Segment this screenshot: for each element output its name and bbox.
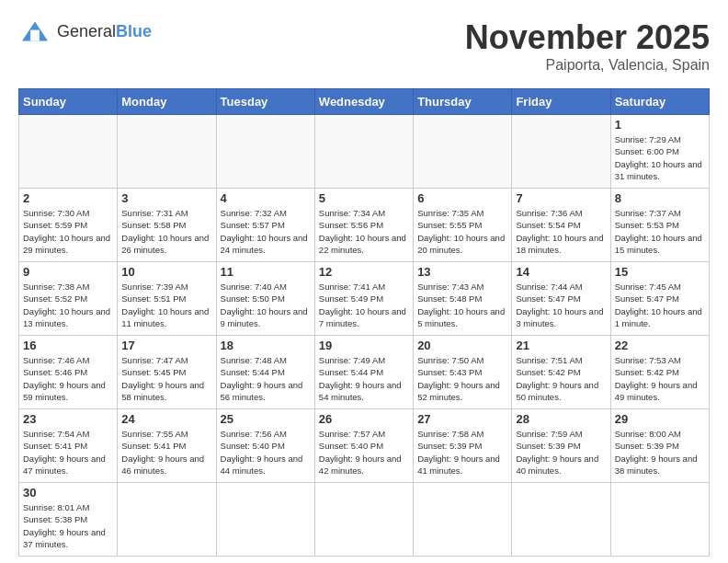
calendar-title: November 2025 [465,18,710,57]
day-info: Sunrise: 7:37 AM Sunset: 5:53 PM Dayligh… [615,207,705,256]
day-info: Sunrise: 7:31 AM Sunset: 5:58 PM Dayligh… [121,207,211,256]
logo: GeneralBlue [18,18,152,44]
header-sunday: Sunday [19,89,118,115]
calendar-cell [19,115,118,189]
calendar-cell: 29Sunrise: 8:00 AM Sunset: 5:39 PM Dayli… [610,409,709,483]
day-number: 22 [615,339,705,352]
day-info: Sunrise: 8:01 AM Sunset: 5:38 PM Dayligh… [23,501,113,550]
day-info: Sunrise: 7:44 AM Sunset: 5:47 PM Dayligh… [516,281,606,329]
day-number: 29 [615,412,705,426]
day-info: Sunrise: 7:59 AM Sunset: 5:39 PM Dayligh… [516,428,606,477]
logo-icon [18,18,51,44]
day-number: 20 [417,339,507,352]
calendar-subtitle: Paiporta, Valencia, Spain [465,57,710,74]
calendar-cell: 19Sunrise: 7:49 AM Sunset: 5:44 PM Dayli… [314,336,413,409]
day-info: Sunrise: 7:45 AM Sunset: 5:47 PM Dayligh… [615,281,705,329]
calendar-cell: 3Sunrise: 7:31 AM Sunset: 5:58 PM Daylig… [118,189,216,262]
day-number: 4 [221,191,311,205]
day-info: Sunrise: 7:29 AM Sunset: 6:00 PM Dayligh… [615,133,705,182]
day-number: 21 [516,339,606,352]
page-header: GeneralBlue November 2025 Paiporta, Vale… [18,18,710,74]
day-info: Sunrise: 7:38 AM Sunset: 5:52 PM Dayligh… [23,281,113,329]
day-number: 13 [417,265,507,279]
calendar-cell: 7Sunrise: 7:36 AM Sunset: 5:54 PM Daylig… [512,189,610,262]
calendar-week-5: 23Sunrise: 7:54 AM Sunset: 5:41 PM Dayli… [19,409,710,483]
day-info: Sunrise: 7:58 AM Sunset: 5:39 PM Dayligh… [417,428,507,477]
day-number: 28 [516,412,606,426]
day-info: Sunrise: 7:32 AM Sunset: 5:57 PM Dayligh… [221,207,311,256]
calendar-cell: 18Sunrise: 7:48 AM Sunset: 5:44 PM Dayli… [216,336,314,409]
calendar-cell [118,115,216,189]
calendar-cell: 2Sunrise: 7:30 AM Sunset: 5:59 PM Daylig… [19,189,118,262]
day-info: Sunrise: 7:51 AM Sunset: 5:42 PM Dayligh… [516,354,606,403]
calendar-table: SundayMondayTuesdayWednesdayThursdayFrid… [18,88,710,557]
calendar-cell: 16Sunrise: 7:46 AM Sunset: 5:46 PM Dayli… [19,336,118,409]
day-info: Sunrise: 7:40 AM Sunset: 5:50 PM Dayligh… [221,281,311,329]
calendar-cell: 11Sunrise: 7:40 AM Sunset: 5:50 PM Dayli… [216,262,314,336]
calendar-cell: 25Sunrise: 7:56 AM Sunset: 5:40 PM Dayli… [216,409,314,483]
calendar-cell: 30Sunrise: 8:01 AM Sunset: 5:38 PM Dayli… [19,483,118,557]
day-number: 23 [23,412,113,426]
day-info: Sunrise: 7:43 AM Sunset: 5:48 PM Dayligh… [417,281,507,329]
calendar-cell [314,483,413,557]
day-info: Sunrise: 7:35 AM Sunset: 5:55 PM Dayligh… [417,207,507,256]
calendar-cell [216,115,314,189]
day-number: 26 [319,412,409,426]
day-number: 19 [319,339,409,352]
day-number: 18 [221,339,311,352]
calendar-cell [118,483,216,557]
day-number: 11 [221,265,311,279]
day-info: Sunrise: 7:47 AM Sunset: 5:45 PM Dayligh… [121,354,211,403]
calendar-header-row: SundayMondayTuesdayWednesdayThursdayFrid… [19,89,710,115]
calendar-week-2: 2Sunrise: 7:30 AM Sunset: 5:59 PM Daylig… [19,189,710,262]
day-number: 6 [417,191,507,205]
day-info: Sunrise: 7:36 AM Sunset: 5:54 PM Dayligh… [516,207,606,256]
calendar-cell [512,115,610,189]
day-info: Sunrise: 7:41 AM Sunset: 5:49 PM Dayligh… [319,281,409,329]
calendar-cell: 1Sunrise: 7:29 AM Sunset: 6:00 PM Daylig… [610,115,709,189]
day-info: Sunrise: 7:56 AM Sunset: 5:40 PM Dayligh… [221,428,311,477]
day-number: 7 [516,191,606,205]
svg-rect-2 [30,30,40,41]
day-number: 8 [615,191,705,205]
day-info: Sunrise: 7:30 AM Sunset: 5:59 PM Dayligh… [23,207,113,256]
day-number: 3 [121,191,211,205]
day-number: 12 [319,265,409,279]
calendar-cell [414,483,512,557]
calendar-cell [512,483,610,557]
calendar-cell: 28Sunrise: 7:59 AM Sunset: 5:39 PM Dayli… [512,409,610,483]
calendar-week-3: 9Sunrise: 7:38 AM Sunset: 5:52 PM Daylig… [19,262,710,336]
day-info: Sunrise: 8:00 AM Sunset: 5:39 PM Dayligh… [615,428,705,477]
calendar-cell: 8Sunrise: 7:37 AM Sunset: 5:53 PM Daylig… [610,189,709,262]
calendar-week-4: 16Sunrise: 7:46 AM Sunset: 5:46 PM Dayli… [19,336,710,409]
day-info: Sunrise: 7:50 AM Sunset: 5:43 PM Dayligh… [417,354,507,403]
day-info: Sunrise: 7:39 AM Sunset: 5:51 PM Dayligh… [121,281,211,329]
day-info: Sunrise: 7:54 AM Sunset: 5:41 PM Dayligh… [23,428,113,477]
calendar-cell [414,115,512,189]
calendar-cell: 14Sunrise: 7:44 AM Sunset: 5:47 PM Dayli… [512,262,610,336]
calendar-cell [610,483,709,557]
header-tuesday: Tuesday [216,89,314,115]
calendar-cell: 21Sunrise: 7:51 AM Sunset: 5:42 PM Dayli… [512,336,610,409]
day-number: 9 [23,265,113,279]
calendar-cell: 15Sunrise: 7:45 AM Sunset: 5:47 PM Dayli… [610,262,709,336]
header-friday: Friday [512,89,610,115]
calendar-cell: 23Sunrise: 7:54 AM Sunset: 5:41 PM Dayli… [19,409,118,483]
calendar-header: November 2025 Paiporta, Valencia, Spain [465,18,710,74]
header-monday: Monday [118,89,216,115]
day-number: 5 [319,191,409,205]
calendar-cell: 17Sunrise: 7:47 AM Sunset: 5:45 PM Dayli… [118,336,216,409]
day-number: 27 [417,412,507,426]
day-number: 14 [516,265,606,279]
day-info: Sunrise: 7:53 AM Sunset: 5:42 PM Dayligh… [615,354,705,403]
calendar-cell: 26Sunrise: 7:57 AM Sunset: 5:40 PM Dayli… [314,409,413,483]
calendar-cell: 27Sunrise: 7:58 AM Sunset: 5:39 PM Dayli… [414,409,512,483]
calendar-cell: 4Sunrise: 7:32 AM Sunset: 5:57 PM Daylig… [216,189,314,262]
calendar-cell: 12Sunrise: 7:41 AM Sunset: 5:49 PM Dayli… [314,262,413,336]
day-number: 1 [615,118,705,132]
header-wednesday: Wednesday [314,89,413,115]
day-number: 17 [121,339,211,352]
calendar-cell [314,115,413,189]
header-thursday: Thursday [414,89,512,115]
day-number: 24 [121,412,211,426]
